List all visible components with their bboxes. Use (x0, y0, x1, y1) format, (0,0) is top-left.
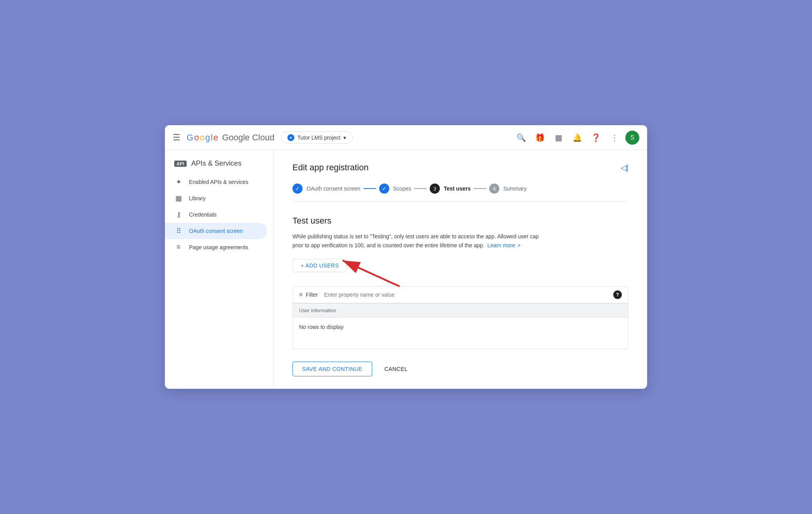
oauth-icon: ⠿ (174, 227, 183, 235)
step-4-circle: 4 (489, 184, 499, 194)
filter-input[interactable] (321, 291, 610, 299)
more-options-icon[interactable]: ⋮ (607, 130, 622, 145)
search-icon[interactable]: 🔍 (513, 130, 529, 145)
table-header: User information (293, 304, 628, 318)
step-1: ✓ OAuth consent screen (292, 184, 360, 194)
credentials-icon: ⚷ (174, 210, 183, 219)
table-empty-message: No rows to display (293, 318, 628, 336)
content-header: Edit app registration ◁| (292, 163, 628, 173)
gift-icon[interactable]: 🎁 (532, 130, 548, 145)
content-area: Edit app registration ◁| ✓ OAuth consent… (274, 150, 647, 389)
sidebar-item-enabled-apis[interactable]: ✦ Enabled APIs & services (165, 174, 267, 190)
sidebar-label-oauth: OAuth consent screen (189, 228, 243, 234)
add-users-button[interactable]: + ADD USERS (292, 259, 347, 272)
add-users-label: + ADD USERS (301, 262, 339, 269)
hamburger-menu[interactable]: ☰ (173, 133, 180, 143)
project-name: Tutor LMS project (298, 135, 341, 141)
project-selector[interactable]: ● Tutor LMS project ▾ (281, 131, 353, 144)
sidebar-item-oauth[interactable]: ⠿ OAuth consent screen (165, 223, 267, 239)
step-1-circle: ✓ (292, 184, 303, 194)
sidebar-item-page-usage[interactable]: ≡ Page usage agreements (165, 239, 267, 255)
save-and-continue-button[interactable]: SAVE AND CONTINUE (292, 362, 372, 376)
bottom-actions: SAVE AND CONTINUE CANCEL (292, 362, 628, 376)
sidebar: API APIs & Services ✦ Enabled APIs & ser… (165, 150, 274, 389)
external-link-icon: ↗ (517, 243, 521, 248)
step-4-label: Summary (503, 185, 527, 192)
step-3-label: Test users (444, 185, 471, 192)
sidebar-title: API APIs & Services (165, 156, 273, 174)
api-badge: API (174, 161, 187, 167)
filter-label: Filter (306, 292, 318, 298)
step-divider-1-2 (364, 188, 376, 189)
step-2-label: Scopes (393, 185, 411, 192)
cancel-label: CANCEL (385, 366, 408, 372)
topbar: ☰ Google Google Cloud ● Tutor LMS projec… (165, 125, 647, 150)
sidebar-label-enabled-apis: Enabled APIs & services (189, 179, 248, 185)
filter-help-icon[interactable]: ? (613, 290, 622, 299)
filter-bar: ≡ Filter ? (293, 287, 628, 303)
page-title: Edit app registration (292, 163, 369, 173)
project-icon: ● (287, 134, 294, 141)
add-users-container: + ADD USERS (292, 259, 347, 281)
step-2: ✓ Scopes (379, 184, 411, 194)
sidebar-label-credentials: Credentials (189, 212, 217, 218)
step-3: 3 Test users (430, 184, 471, 194)
collapse-button[interactable]: ◁| (621, 163, 628, 172)
sidebar-item-library[interactable]: ▦ Library (165, 190, 267, 206)
app-window: ☰ Google Google Cloud ● Tutor LMS projec… (165, 125, 647, 389)
save-label: SAVE AND CONTINUE (302, 366, 362, 372)
step-divider-2-3 (414, 188, 427, 189)
dropdown-arrow-icon: ▾ (343, 135, 346, 141)
learn-more-link[interactable]: Learn more ↗ (487, 242, 520, 248)
page-usage-icon: ≡ (174, 243, 183, 251)
step-3-circle: 3 (430, 184, 440, 194)
step-divider-3-4 (474, 188, 486, 189)
terminal-icon[interactable]: ▦ (551, 130, 566, 145)
sidebar-label-library: Library (189, 195, 206, 201)
sidebar-item-credentials[interactable]: ⚷ Credentials (165, 206, 267, 223)
section-description: While publishing status is set to "Testi… (292, 232, 549, 250)
filter-section: ≡ Filter ? User information No rows to d… (292, 286, 628, 349)
sidebar-label-page-usage: Page usage agreements (189, 244, 248, 250)
library-icon: ▦ (174, 194, 183, 203)
notifications-icon[interactable]: 🔔 (569, 130, 585, 145)
enabled-apis-icon: ✦ (174, 178, 183, 186)
section-title: Test users (292, 216, 628, 226)
google-cloud-logo: Google Google Cloud (187, 133, 275, 143)
svg-line-1 (343, 260, 400, 287)
main-layout: API APIs & Services ✦ Enabled APIs & ser… (165, 150, 647, 389)
step-1-label: OAuth consent screen (306, 185, 360, 192)
sidebar-heading: APIs & Services (191, 159, 242, 168)
step-4: 4 Summary (489, 184, 527, 194)
cancel-button[interactable]: CANCEL (378, 362, 414, 376)
help-icon[interactable]: ❓ (588, 130, 604, 145)
users-table: User information No rows to display (293, 303, 628, 336)
column-header-user-info: User information (293, 304, 628, 317)
stepper: ✓ OAuth consent screen ✓ Scopes 3 Test u… (292, 184, 628, 202)
step-2-circle: ✓ (379, 184, 389, 194)
filter-icon: ≡ (299, 291, 303, 298)
annotation-arrow (339, 255, 401, 290)
topbar-icons: 🔍 🎁 ▦ 🔔 ❓ ⋮ S (513, 130, 639, 145)
avatar[interactable]: S (625, 131, 639, 145)
